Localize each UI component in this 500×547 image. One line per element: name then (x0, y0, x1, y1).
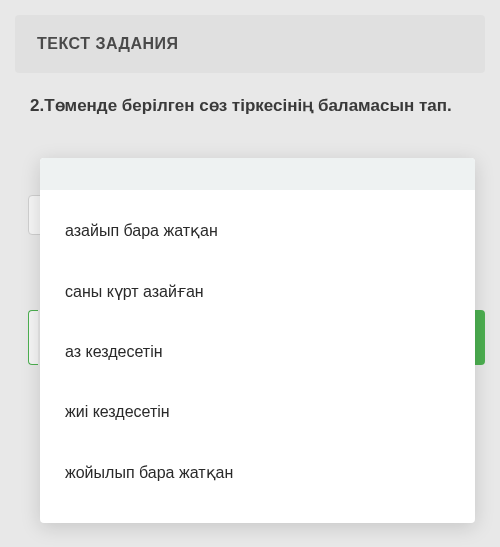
submit-button-edge-left (28, 310, 38, 365)
dropdown-option[interactable]: аз кездесетін (40, 322, 475, 382)
dropdown-header (40, 158, 475, 190)
dropdown-option[interactable]: азайып бара жатқан (40, 200, 475, 261)
dropdown-option[interactable]: саны күрт азайған (40, 261, 475, 322)
question-text: 2.Төменде берілген сөз тіркесінің балама… (30, 93, 470, 119)
question-area: 2.Төменде берілген сөз тіркесінің балама… (0, 88, 500, 134)
task-header-title: ТЕКСТ ЗАДАНИЯ (37, 35, 463, 53)
dropdown-option[interactable]: жойылып бара жатқан (40, 442, 475, 503)
dropdown-panel: азайып бара жатқан саны күрт азайған аз … (40, 158, 475, 523)
dropdown-list: азайып бара жатқан саны күрт азайған аз … (40, 190, 475, 523)
dropdown-option[interactable]: жиі кездесетін (40, 382, 475, 442)
task-header: ТЕКСТ ЗАДАНИЯ (15, 15, 485, 73)
